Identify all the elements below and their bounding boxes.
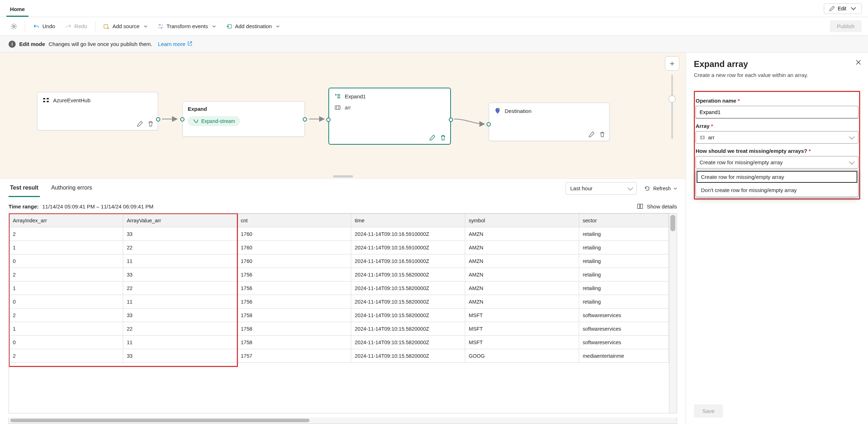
zoom-slider-thumb[interactable] xyxy=(669,95,676,103)
node-expand[interactable]: Expand Expand-stream xyxy=(182,101,305,137)
expand-stream-badge: Expand-stream xyxy=(188,116,240,126)
table-row[interactable]: 01117602024-11-14T09:10:16.5910000ZAMZNr… xyxy=(9,254,669,268)
table-cell: MSFT xyxy=(465,336,579,349)
learn-more-link[interactable]: Learn more xyxy=(158,41,193,47)
close-button[interactable] xyxy=(855,59,862,66)
output-port[interactable] xyxy=(303,117,307,121)
table-cell: 2 xyxy=(9,349,123,363)
column-header[interactable]: symbol xyxy=(465,214,579,227)
table-cell: 2 xyxy=(9,309,123,322)
table-cell: retailing xyxy=(579,295,669,309)
table-cell: 1756 xyxy=(237,268,351,281)
table-row[interactable]: 01117582024-11-14T09:10:15.5820000ZMSFTs… xyxy=(9,336,669,349)
column-header[interactable]: time xyxy=(351,214,465,227)
operation-name-input[interactable] xyxy=(696,106,858,119)
save-button: Save xyxy=(694,404,723,418)
add-destination-button[interactable]: Add destination xyxy=(222,20,284,32)
trash-icon[interactable] xyxy=(147,120,154,127)
dropdown-option[interactable]: Create row for missing/empty array xyxy=(696,170,858,183)
table-cell: 1758 xyxy=(237,322,351,336)
undo-button[interactable]: Undo xyxy=(29,20,59,32)
table-cell: 22 xyxy=(123,322,237,336)
horizontal-scrollbar[interactable] xyxy=(9,418,677,424)
result-table: ArrayIndex_arrArrayValue_arrcnttimesymbo… xyxy=(9,213,669,363)
add-source-button[interactable]: Add source xyxy=(99,20,152,32)
array-select[interactable]: arr xyxy=(696,131,858,144)
table-cell: 11 xyxy=(123,336,237,349)
pipeline-canvas[interactable]: AzureEventHub Expand xyxy=(0,53,686,178)
node-expand1[interactable]: Expand1 arr xyxy=(328,88,451,145)
add-source-label: Add source xyxy=(113,23,140,29)
tab-home[interactable]: Home xyxy=(6,2,28,17)
svg-rect-10 xyxy=(638,204,640,209)
publish-button: Publish xyxy=(830,20,862,32)
time-range-row: Time range: 11/14/24 05:09:41 PM – 11/14… xyxy=(0,198,686,213)
show-details-button[interactable]: Show details xyxy=(637,203,677,210)
add-destination-label: Add destination xyxy=(235,23,272,29)
vertical-scrollbar[interactable] xyxy=(669,213,677,413)
dropdown-option[interactable]: Don't create row for missing/empty array xyxy=(696,183,858,197)
output-port[interactable] xyxy=(156,117,160,121)
table-row[interactable]: 12217582024-11-14T09:10:15.5820000ZMSFTs… xyxy=(9,322,669,336)
column-header[interactable]: sector xyxy=(579,214,669,227)
table-cell: 1758 xyxy=(237,336,351,349)
pencil-icon[interactable] xyxy=(136,120,144,127)
missing-arrays-label: How should we treat missing/empty arrays… xyxy=(696,148,858,154)
table-row[interactable]: 23317582024-11-14T09:10:15.5820000ZMSFTs… xyxy=(9,309,669,322)
table-row[interactable]: 23317562024-11-14T09:10:15.5820000ZAMZNr… xyxy=(9,268,669,281)
table-row[interactable]: 23317572024-11-14T09:10:15.5820000ZGOOGm… xyxy=(9,349,669,363)
table-cell: 33 xyxy=(123,268,237,281)
trash-icon[interactable] xyxy=(440,134,447,141)
svg-rect-6 xyxy=(47,101,49,102)
pencil-icon[interactable] xyxy=(429,134,436,141)
column-header[interactable]: ArrayIndex_arr xyxy=(9,214,123,227)
column-header[interactable]: ArrayValue_arr xyxy=(123,214,237,227)
trash-icon[interactable] xyxy=(599,131,606,138)
table-cell: 2024-11-14T09:10:15.5820000Z xyxy=(351,349,465,363)
table-cell: AMZN xyxy=(465,227,579,241)
table-row[interactable]: 12217602024-11-14T09:10:16.5910000ZAMZNr… xyxy=(9,241,669,254)
input-port[interactable] xyxy=(326,118,331,122)
missing-arrays-select[interactable]: Create row for missing/empty array xyxy=(696,156,858,169)
tab-test-result[interactable]: Test result xyxy=(9,180,40,197)
table-cell: 1 xyxy=(9,322,123,336)
node-source[interactable]: AzureEventHub xyxy=(37,92,158,130)
table-cell: 1760 xyxy=(237,254,351,268)
chevron-down-icon xyxy=(276,25,280,28)
pencil-icon[interactable] xyxy=(588,131,595,138)
node-destination[interactable]: Destination xyxy=(489,103,610,141)
time-window-select[interactable]: Last hour xyxy=(566,182,637,195)
table-cell: 1756 xyxy=(237,281,351,295)
output-port[interactable] xyxy=(449,118,453,122)
node-expand1-sub: arr xyxy=(345,105,351,110)
edit-button[interactable]: Edit xyxy=(824,3,862,14)
tab-authoring-errors[interactable]: Authoring errors xyxy=(50,180,94,197)
table-row[interactable]: 12217562024-11-14T09:10:15.5820000ZAMZNr… xyxy=(9,281,669,295)
separator xyxy=(95,21,95,31)
table-row[interactable]: 01117562024-11-14T09:10:15.5820000ZAMZNr… xyxy=(9,295,669,309)
result-grid: ArrayIndex_arrArrayValue_arrcnttimesymbo… xyxy=(9,213,677,413)
transform-events-button[interactable]: Transform events xyxy=(153,20,220,32)
scrollbar-thumb[interactable] xyxy=(670,215,675,231)
table-row[interactable]: 23317602024-11-14T09:10:16.5910000ZAMZNr… xyxy=(9,227,669,241)
resize-grip[interactable] xyxy=(333,175,353,177)
settings-button[interactable] xyxy=(6,20,21,32)
input-port[interactable] xyxy=(487,122,491,126)
table-cell: GOOG xyxy=(465,349,579,363)
input-port[interactable] xyxy=(180,117,184,121)
table-cell: 33 xyxy=(123,349,237,363)
column-header[interactable]: cnt xyxy=(237,214,351,227)
table-cell: AMZN xyxy=(465,241,579,254)
zoom-slider-track[interactable] xyxy=(671,75,673,139)
add-node-button[interactable]: ＋ xyxy=(665,56,679,71)
learn-more-label: Learn more xyxy=(158,41,186,47)
table-cell: 2024-11-14T09:10:16.5910000Z xyxy=(351,254,465,268)
edit-label: Edit xyxy=(838,6,846,11)
table-cell: AMZN xyxy=(465,281,579,295)
refresh-button[interactable]: Refresh xyxy=(644,185,677,192)
info-icon: i xyxy=(9,41,16,48)
scrollbar-thumb[interactable] xyxy=(10,419,310,422)
table-cell: softwareservices xyxy=(579,322,669,336)
publish-label: Publish xyxy=(837,23,854,29)
table-cell: retailing xyxy=(579,281,669,295)
